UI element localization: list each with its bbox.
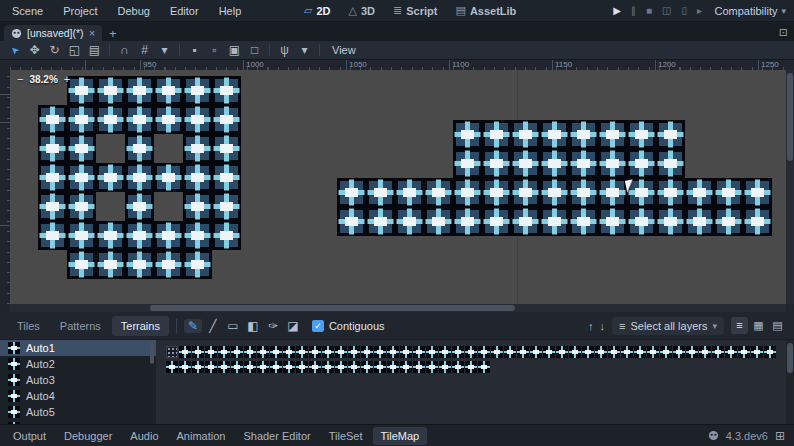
palette-tile[interactable]	[322, 346, 334, 358]
palette-tile[interactable]	[764, 346, 776, 358]
palette-tile[interactable]	[218, 346, 230, 358]
terrain-item-auto2[interactable]: Auto2	[0, 356, 156, 372]
palette-tile[interactable]	[335, 361, 347, 373]
pause-button[interactable]: ∥	[631, 5, 636, 16]
palette-tile[interactable]	[400, 361, 412, 373]
palette-tile[interactable]	[374, 361, 386, 373]
menu-editor[interactable]: Editor	[160, 5, 209, 17]
palette-tile[interactable]	[621, 346, 633, 358]
line-tool[interactable]: ╱	[204, 319, 222, 333]
palette-tile[interactable]	[491, 346, 503, 358]
scrollbar-thumb[interactable]	[787, 343, 793, 373]
scrollbar-thumb[interactable]	[787, 73, 793, 161]
palette-tile[interactable]	[686, 346, 698, 358]
paint-tool[interactable]: ✎	[184, 319, 202, 333]
vertical-scrollbar[interactable]	[786, 70, 794, 304]
palette-tile[interactable]	[205, 361, 217, 373]
palette-tile[interactable]	[361, 346, 373, 358]
palette-tile[interactable]	[738, 346, 750, 358]
palette-tile[interactable]	[335, 346, 347, 358]
palette-tile[interactable]	[309, 346, 321, 358]
palette-tile[interactable]	[634, 346, 646, 358]
palette-tile[interactable]	[582, 346, 594, 358]
palette-tile[interactable]	[569, 346, 581, 358]
close-icon[interactable]: ×	[89, 27, 95, 39]
rotate-tool[interactable]: ↻	[45, 42, 64, 59]
workspace-2d[interactable]: ▱2D	[296, 0, 339, 21]
workspace-script[interactable]: ≣Script	[385, 0, 445, 21]
palette-tile[interactable]	[608, 346, 620, 358]
palette-tile[interactable]	[166, 361, 178, 373]
select-tool[interactable]: ➤	[2, 37, 27, 62]
palette-tile[interactable]	[270, 361, 282, 373]
status-item-animation[interactable]: Animation	[169, 427, 234, 445]
status-item-debugger[interactable]: Debugger	[56, 427, 120, 445]
palette-tile[interactable]	[296, 361, 308, 373]
view-menu-button[interactable]: View	[324, 44, 364, 56]
lock-button[interactable]: ▪	[185, 42, 204, 59]
ungroup-button[interactable]: □	[245, 42, 264, 59]
move-tool[interactable]: ✥	[25, 42, 44, 59]
movie-maker-button[interactable]: ◫	[662, 5, 671, 16]
palette-tile[interactable]	[283, 361, 295, 373]
palette-tile[interactable]	[179, 361, 191, 373]
palette-tile[interactable]	[725, 346, 737, 358]
palette-tile[interactable]	[452, 346, 464, 358]
palette-tile[interactable]	[348, 361, 360, 373]
menu-help[interactable]: Help	[209, 5, 252, 17]
palette-tile[interactable]	[413, 346, 425, 358]
palette-tile[interactable]	[647, 346, 659, 358]
palette-tile[interactable]	[465, 361, 477, 373]
status-item-tilemap[interactable]: TileMap	[373, 427, 428, 445]
palette-tile[interactable]	[595, 346, 607, 358]
group-button[interactable]: ▣	[225, 42, 244, 59]
zoom-in-button[interactable]: +	[64, 73, 70, 85]
palette-tile[interactable]	[257, 346, 269, 358]
palette-tile[interactable]	[504, 346, 516, 358]
scrollbar-thumb[interactable]	[150, 305, 515, 311]
palette-tile[interactable]	[465, 346, 477, 358]
tab-terrains[interactable]: Terrains	[112, 316, 169, 336]
terrain-list-scrollbar[interactable]	[150, 342, 154, 424]
palette-tile[interactable]	[660, 346, 672, 358]
zoom-level[interactable]: 38.2%	[29, 74, 57, 85]
palette-tile[interactable]	[179, 346, 191, 358]
status-item-tileset[interactable]: TileSet	[321, 427, 371, 445]
palette-tile[interactable]	[452, 361, 464, 373]
scene-tab[interactable]: [unsaved](*) ×	[4, 25, 102, 41]
palette-tile[interactable]	[699, 346, 711, 358]
horizontal-scrollbar[interactable]	[10, 304, 786, 312]
canvas-viewport[interactable]: − 38.2% +	[10, 70, 786, 304]
eraser-tool[interactable]: ◪	[284, 319, 302, 333]
palette-tile[interactable]	[205, 346, 217, 358]
palette-tile[interactable]	[478, 361, 490, 373]
palette-tile[interactable]	[361, 361, 373, 373]
contiguous-checkbox[interactable]: ✓ Contiguous	[312, 320, 385, 332]
palette-tile[interactable]	[231, 346, 243, 358]
list-select-tool[interactable]: ▤	[85, 42, 104, 59]
stop-button[interactable]: ■	[646, 5, 652, 16]
view-grid-toggle[interactable]: ▦	[750, 317, 767, 334]
palette-tile[interactable]	[543, 346, 555, 358]
picker-tool[interactable]: ✑	[264, 319, 282, 333]
bucket-tool[interactable]: ◧	[244, 319, 262, 333]
palette-scrollbar[interactable]	[786, 340, 794, 424]
status-item-output[interactable]: Output	[5, 427, 54, 445]
palette-tile[interactable]	[192, 361, 204, 373]
palette-tile[interactable]	[374, 346, 386, 358]
palette-tile[interactable]	[439, 346, 451, 358]
palette-tile[interactable]	[517, 346, 529, 358]
palette-tile[interactable]	[751, 346, 763, 358]
palette-tile[interactable]	[283, 346, 295, 358]
palette-tile[interactable]	[712, 346, 724, 358]
add-scene-tab-button[interactable]: +	[102, 26, 124, 41]
scrollbar-thumb[interactable]	[150, 342, 154, 364]
palette-tile[interactable]	[244, 361, 256, 373]
palette-tile[interactable]	[387, 361, 399, 373]
zoom-out-button[interactable]: −	[17, 73, 23, 85]
menu-debug[interactable]: Debug	[107, 5, 159, 17]
play-button[interactable]: ▶	[613, 5, 621, 16]
move-down-button[interactable]: ↓	[600, 320, 606, 332]
palette-tile[interactable]	[270, 346, 282, 358]
palette-tile[interactable]	[426, 346, 438, 358]
